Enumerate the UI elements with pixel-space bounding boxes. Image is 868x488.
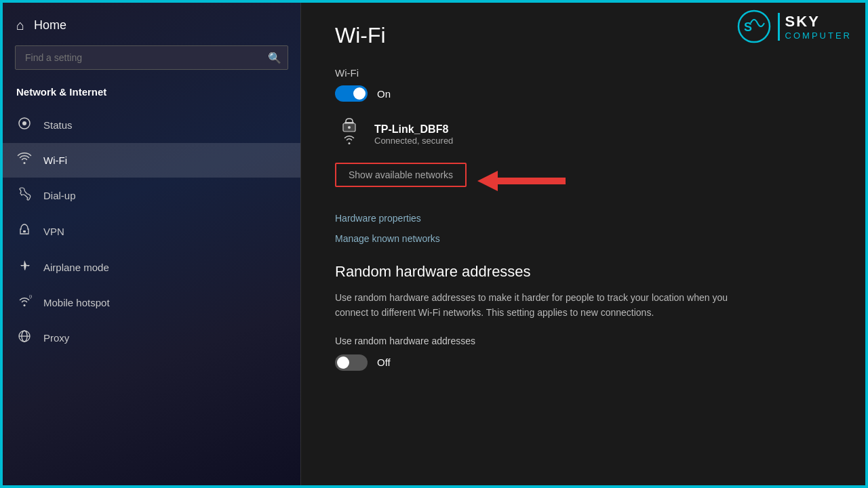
random-hw-description: Use random hardware addresses to make it… — [335, 290, 728, 321]
network-info: TP-Link_DBF8 Connected, secured — [374, 123, 453, 146]
manage-networks-link[interactable]: Manage known networks — [335, 233, 831, 244]
wifi-section-label: Wi-Fi — [335, 67, 831, 79]
home-label: Home — [34, 18, 66, 33]
random-hw-toggle-row: Off — [335, 354, 831, 371]
lock-wifi-icon — [335, 118, 363, 150]
logo-computer: COMPUTER — [785, 30, 852, 41]
sidebar-item-airplane[interactable]: Airplane mode — [3, 249, 300, 285]
sidebar-item-label: Dial-up — [43, 190, 76, 201]
svg-point-11 — [348, 126, 351, 129]
wifi-toggle[interactable] — [335, 85, 368, 102]
svg-marker-12 — [477, 171, 566, 191]
sidebar-item-wifi[interactable]: Wi-Fi — [3, 143, 300, 178]
status-icon — [16, 117, 33, 134]
sidebar-item-vpn[interactable]: VPN — [3, 214, 300, 249]
wifi-icon — [16, 152, 33, 168]
logo-text: SKY COMPUTER — [778, 13, 852, 41]
dialup-icon — [16, 187, 33, 204]
sky-logo-icon: S — [737, 9, 771, 43]
network-name: TP-Link_DBF8 — [374, 123, 453, 136]
red-arrow-icon — [477, 171, 566, 191]
sidebar-item-status[interactable]: Status — [3, 107, 300, 143]
sidebar-item-label: Mobile hotspot — [43, 297, 110, 308]
connected-network-row: TP-Link_DBF8 Connected, secured — [335, 118, 831, 150]
random-hw-toggle-label: Use random hardware addresses — [335, 336, 831, 346]
sidebar-item-proxy[interactable]: Proxy — [3, 320, 300, 356]
home-nav-item[interactable]: ⌂ Home — [3, 3, 300, 45]
svg-point-7 — [738, 11, 770, 42]
sidebar-item-label: Status — [43, 119, 73, 131]
svg-text:((: (( — [29, 295, 32, 299]
sidebar-item-label: Proxy — [43, 332, 69, 344]
random-hw-toggle-text: Off — [377, 357, 391, 368]
show-networks-button[interactable]: Show available networks — [335, 163, 467, 187]
section-label: Network & Internet — [3, 82, 300, 107]
sidebar: ⌂ Home 🔍 Network & Internet Status — [3, 3, 301, 485]
svg-point-1 — [22, 121, 26, 125]
vpn-icon — [16, 223, 33, 240]
sidebar-item-label: Airplane mode — [43, 262, 109, 273]
logo-sky: SKY — [785, 13, 852, 30]
network-status: Connected, secured — [374, 136, 453, 146]
random-hw-toggle[interactable] — [335, 354, 368, 371]
wifi-toggle-label: On — [377, 88, 391, 100]
proxy-icon — [16, 329, 33, 346]
search-icon-button[interactable]: 🔍 — [268, 52, 281, 64]
hardware-properties-link[interactable]: Hardware properties — [335, 213, 831, 224]
search-input[interactable] — [15, 45, 288, 70]
logo-area: S SKY COMPUTER — [737, 9, 852, 43]
sidebar-item-dialup[interactable]: Dial-up — [3, 178, 300, 214]
airplane-icon — [16, 259, 33, 276]
sidebar-item-label: Wi-Fi — [43, 155, 67, 166]
sidebar-item-hotspot[interactable]: (( Mobile hotspot — [3, 285, 300, 320]
sidebar-item-label: VPN — [43, 226, 64, 237]
main-content: S SKY COMPUTER Wi-Fi Wi-Fi On — [301, 3, 865, 485]
random-hw-heading: Random hardware addresses — [335, 263, 831, 281]
wifi-toggle-row: On — [335, 85, 831, 102]
search-box: 🔍 — [15, 45, 288, 70]
home-icon: ⌂ — [16, 18, 24, 33]
arrow-annotation — [477, 171, 566, 191]
svg-rect-2 — [23, 230, 26, 232]
hotspot-icon: (( — [16, 295, 33, 310]
